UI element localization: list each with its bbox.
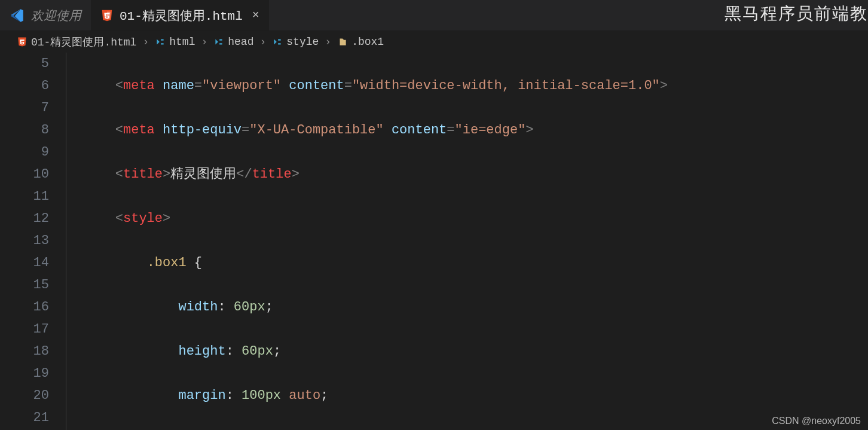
chevron-right-icon: › [325,36,331,48]
html5-icon [100,9,114,22]
symbol-icon [155,36,166,47]
breadcrumb-class[interactable]: .box1 [337,36,384,48]
code-editor[interactable]: 5 6 7 8 9 10 11 12 13 14 15 16 17 18 19 … [0,53,868,430]
line-number: 5 [0,53,49,75]
line-number: 13 [0,230,49,252]
code-line[interactable]: <style> [84,208,868,230]
line-number: 15 [0,274,49,296]
line-number: 11 [0,185,49,208]
breadcrumb-style[interactable]: style [272,36,319,48]
code-line[interactable]: .box1 { [84,252,868,274]
line-number: 14 [0,252,49,274]
symbol-icon [213,36,224,47]
line-number: 20 [0,385,49,407]
breadcrumb-html[interactable]: html [155,36,195,48]
line-number: 19 [0,362,49,385]
code-line[interactable]: height: 60px; [84,340,868,362]
watermark-bottom: CSDN @neoxyf2005 [772,416,861,426]
tab-welcome-label: 欢迎使用 [31,7,81,24]
line-number: 7 [0,97,49,119]
code-area[interactable]: <meta name="viewport" content="width=dev… [84,53,868,430]
fold-gutter [66,53,84,430]
line-number: 8 [0,119,49,141]
line-number: 6 [0,75,49,97]
line-number: 17 [0,318,49,340]
chevron-right-icon: › [201,36,207,48]
chevron-right-icon: › [259,36,266,48]
line-number: 21 [0,407,49,429]
line-number-gutter: 5 6 7 8 9 10 11 12 13 14 15 16 17 18 19 … [0,53,66,430]
chevron-right-icon: › [142,36,149,48]
tab-active-file[interactable]: 01-精灵图使用.html × [91,0,269,31]
breadcrumb-file[interactable]: 01-精灵图使用.html [17,35,136,49]
breadcrumb-head[interactable]: head [213,36,253,48]
close-icon[interactable]: × [252,8,259,22]
symbol-icon [272,36,283,47]
vscode-icon [10,8,25,23]
html5-icon [17,36,27,47]
line-number: 10 [0,163,49,185]
tab-welcome[interactable]: 欢迎使用 [0,0,91,31]
code-line[interactable]: <title>精灵图使用</title> [84,163,868,185]
code-line[interactable]: <meta http-equiv="X-UA-Compatible" conte… [84,119,868,141]
class-icon [337,36,348,47]
code-line[interactable]: width: 60px; [84,296,868,318]
tab-bar: 欢迎使用 01-精灵图使用.html × 黑马程序员前端教 [0,0,868,31]
tab-active-label: 01-精灵图使用.html [120,7,243,24]
code-line[interactable]: margin: 100px auto; [84,385,868,407]
line-number: 16 [0,296,49,318]
line-number: 18 [0,340,49,362]
code-line[interactable]: <meta name="viewport" content="width=dev… [84,75,868,97]
line-number: 9 [0,141,49,163]
watermark-top: 黑马程序员前端教 [725,2,868,25]
breadcrumb[interactable]: 01-精灵图使用.html › html › head › style › .b… [0,31,868,53]
line-number: 12 [0,208,49,230]
